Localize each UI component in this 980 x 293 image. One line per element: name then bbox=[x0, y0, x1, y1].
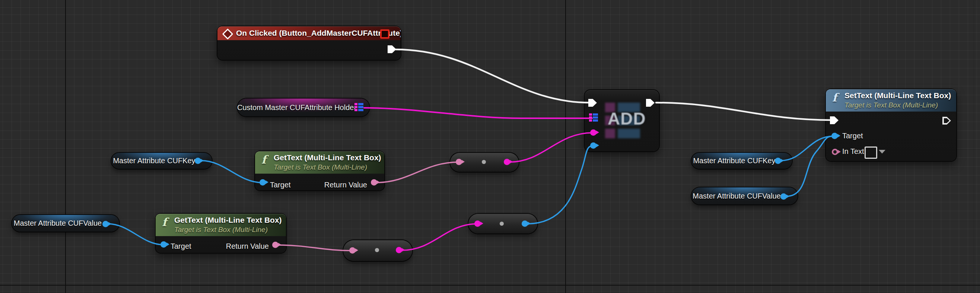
target-pin-label: Target bbox=[270, 181, 291, 189]
target-pin-label: Target bbox=[170, 242, 191, 250]
in-text-value-box[interactable] bbox=[865, 147, 877, 159]
return-value-pin-label: Return Value bbox=[226, 242, 269, 250]
pure-function-f-icon: f bbox=[261, 154, 266, 165]
function-node-subtitle: Target is Text Box (Multi-Line) bbox=[845, 101, 938, 109]
variable-label: Custom Master CUFAttribute Holder bbox=[237, 103, 356, 112]
wire-string-conv1-to-add-key[interactable] bbox=[509, 133, 593, 162]
wire-exec-onclicked-to-add[interactable] bbox=[395, 49, 590, 103]
object-out-pin[interactable] bbox=[780, 193, 787, 200]
conversion-out-pin[interactable] bbox=[522, 220, 528, 227]
function-node-subtitle: Target is Text Box (Multi-Line) bbox=[174, 226, 268, 234]
target-in-pin[interactable] bbox=[831, 133, 838, 139]
map-target-pin-icon[interactable] bbox=[589, 113, 598, 122]
grid-origin-vline-left bbox=[65, 0, 66, 293]
wire-value-conv2-to-add-value[interactable] bbox=[527, 146, 593, 224]
variable-node-holder[interactable]: Custom Master CUFAttribute Holder bbox=[237, 98, 369, 116]
grid-origin-vline-center bbox=[565, 0, 566, 293]
conversion-in-pin[interactable] bbox=[474, 220, 481, 227]
pure-function-f-icon: f bbox=[162, 217, 167, 228]
delegate-red-box-icon[interactable] bbox=[380, 29, 390, 39]
node-on-clicked-event[interactable]: On Clicked (Button_AddMasterCUFAttribute… bbox=[218, 26, 401, 60]
target-in-pin[interactable] bbox=[161, 241, 167, 248]
node-settext[interactable]: f SetText (Multi-Line Text Box) Target i… bbox=[826, 89, 956, 161]
node-gettext-top[interactable]: f GetText (Multi-Line Text Box) Target i… bbox=[255, 151, 384, 190]
variable-label: Master Attribute CUFKey bbox=[113, 157, 195, 165]
function-node-title: SetText (Multi-Line Text Box) bbox=[845, 91, 951, 100]
blueprint-graph-canvas[interactable]: { "graph": { "background_color": "#2b2b2… bbox=[0, 0, 980, 293]
node-gettext-bottom[interactable]: f GetText (Multi-Line Text Box) Target i… bbox=[156, 214, 286, 253]
return-value-pin-label: Return Value bbox=[324, 181, 367, 189]
wire-map-holder-to-add[interactable] bbox=[364, 108, 592, 118]
wire-string-conv3-to-conv2[interactable] bbox=[402, 224, 477, 250]
function-node-header: f GetText (Multi-Line Text Box) Target i… bbox=[156, 214, 286, 236]
function-node-title: GetText (Multi-Line Text Box) bbox=[174, 215, 282, 225]
object-out-pin[interactable] bbox=[775, 158, 781, 164]
conversion-dot-icon bbox=[482, 160, 486, 164]
key-in-pin[interactable] bbox=[590, 129, 597, 136]
function-node-header: f SetText (Multi-Line Text Box) Target i… bbox=[826, 89, 956, 112]
in-text-dropdown-caret-icon[interactable] bbox=[879, 150, 885, 154]
event-node-title: On Clicked (Button_AddMasterCUFAttribute… bbox=[236, 29, 401, 38]
conversion-out-pin[interactable] bbox=[504, 159, 510, 165]
map-pin-icon[interactable] bbox=[355, 103, 363, 111]
wire-text-gettext1-to-conv1[interactable] bbox=[376, 162, 458, 182]
add-watermark-text: ADD bbox=[608, 109, 646, 129]
return-value-out-pin[interactable] bbox=[371, 179, 377, 185]
conversion-in-pin[interactable] bbox=[456, 159, 462, 165]
conversion-dot-icon bbox=[500, 222, 504, 226]
function-node-header: f GetText (Multi-Line Text Box) Target i… bbox=[255, 151, 384, 174]
variable-label: Master Attribute CUFValue bbox=[692, 192, 780, 200]
wire-exec-add-to-settext[interactable] bbox=[656, 103, 832, 120]
object-out-pin[interactable] bbox=[102, 221, 109, 227]
value-in-pin[interactable] bbox=[590, 143, 597, 149]
target-pin-label: Target bbox=[842, 131, 863, 140]
event-diamond-icon bbox=[222, 29, 234, 40]
event-node-header: On Clicked (Button_AddMasterCUFAttribute… bbox=[218, 26, 401, 40]
target-in-pin[interactable] bbox=[259, 179, 266, 185]
in-text-pin[interactable] bbox=[832, 149, 838, 155]
function-node-subtitle: Target is Text Box (Multi-Line) bbox=[274, 163, 367, 171]
wire-text-gettext2-to-conv3[interactable] bbox=[278, 245, 352, 250]
grid-origin-hline bbox=[0, 285, 980, 285]
conversion-out-pin[interactable] bbox=[396, 247, 402, 253]
variable-label: Master Attribute CUFKey bbox=[693, 157, 775, 165]
conversion-dot-icon bbox=[375, 248, 379, 252]
function-node-title: GetText (Multi-Line Text Box) bbox=[274, 153, 381, 162]
return-value-out-pin[interactable] bbox=[272, 242, 278, 248]
in-text-pin-label: In Text bbox=[842, 147, 864, 156]
conversion-in-pin[interactable] bbox=[349, 247, 356, 253]
function-f-icon: f bbox=[832, 92, 837, 103]
object-out-pin[interactable] bbox=[195, 158, 201, 164]
variable-label: Master Attribute CUFValue bbox=[14, 219, 102, 228]
